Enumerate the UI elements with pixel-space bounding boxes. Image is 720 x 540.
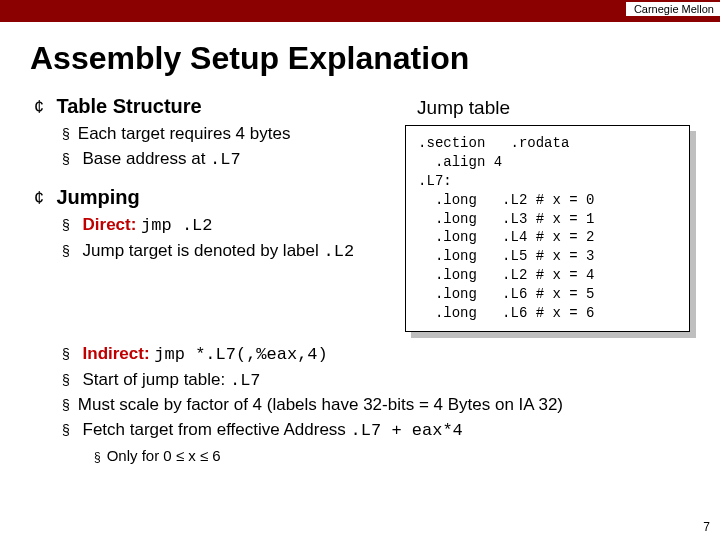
bullet-scale: Must scale by factor of 4 (labels have 3… [62,393,690,418]
section-title: Table Structure [56,95,201,117]
indirect-label: Indirect: [83,344,155,363]
code-l7b: .L7 [230,371,261,390]
jumping-continued: Indirect: jmp *.L7(,%eax,4) Start of jum… [30,342,690,467]
section-table-structure: Table Structure Each target requires 4 b… [34,95,379,172]
bullet-start: Start of jump table: .L7 [62,368,690,394]
slide-title: Assembly Setup Explanation [30,40,690,77]
section-jumping: Jumping Direct: jmp .L2 Jump target is d… [34,186,379,264]
bullet-indirect: Indirect: jmp *.L7(,%eax,4) [62,342,690,368]
bullet-denote: Jump target is denoted by label .L2 [62,239,379,265]
org-tag: Carnegie Mellon [626,2,720,16]
bullet-fetch: Fetch target from effective Address .L7 … [62,418,690,467]
indirect-code: jmp *.L7(,%eax,4) [154,345,327,364]
page-number: 7 [703,520,710,534]
right-column: Jump table .section .rodata .align 4 .L7… [399,95,690,332]
text: Base address at [83,149,211,168]
bullet-only-range: Only for 0 ≤ x ≤ 6 [94,445,690,467]
slide-content: Assembly Setup Explanation Table Structu… [0,22,720,467]
text: Fetch target from effective Address [83,420,351,439]
section-title: Jumping [56,186,139,208]
direct-code: jmp .L2 [141,216,212,235]
bullet-4bytes: Each target requires 4 bytes [62,122,379,147]
jump-table-code: .section .rodata .align 4 .L7: .long .L2… [405,125,690,332]
code-box-wrap: .section .rodata .align 4 .L7: .long .L2… [405,125,690,332]
direct-label: Direct: [83,215,142,234]
code-fetch: .L7 + eax*4 [351,421,463,440]
code-l2: .L2 [324,242,355,261]
bullet-base-addr: Base address at .L7 [62,147,379,173]
header-bar: Carnegie Mellon [0,0,720,22]
jump-table-title: Jump table [417,97,690,119]
text: Start of jump table: [83,370,230,389]
bullet-direct: Direct: jmp .L2 [62,213,379,239]
text: Jump target is denoted by label [83,241,324,260]
left-column: Table Structure Each target requires 4 b… [30,95,379,332]
code-l7: .L7 [210,150,241,169]
